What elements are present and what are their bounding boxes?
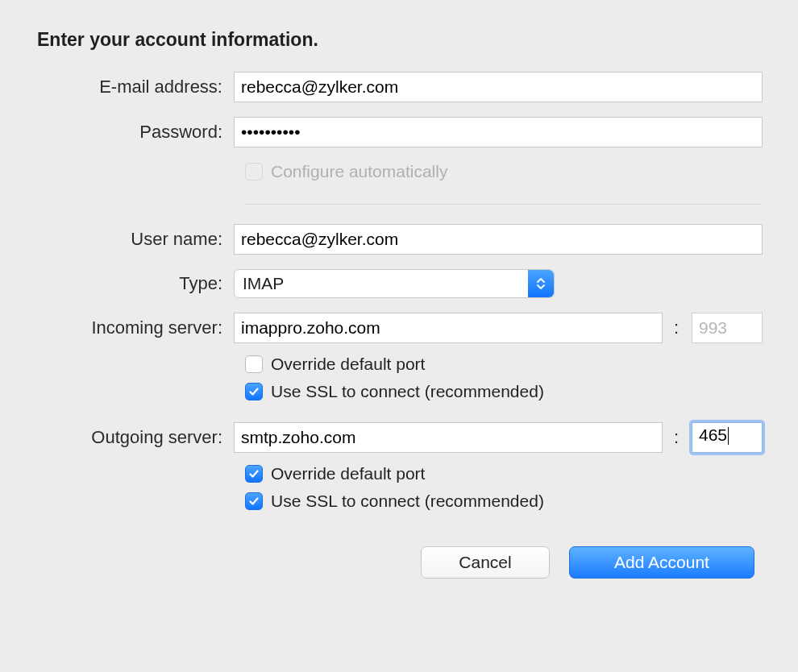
- label-email: E-mail address:: [35, 77, 234, 97]
- divider: [245, 204, 761, 205]
- cancel-button[interactable]: Cancel: [421, 546, 550, 579]
- configure-auto-checkbox: [245, 163, 263, 180]
- row-incoming: Incoming server: :: [35, 313, 763, 343]
- row-configure-auto: Configure automatically: [245, 162, 763, 181]
- row-type: Type: IMAP: [35, 269, 763, 298]
- incoming-ssl-checkbox[interactable]: [245, 383, 263, 400]
- colon: :: [671, 317, 684, 338]
- row-incoming-override: Override default port: [245, 355, 763, 374]
- incoming-override-port-checkbox[interactable]: [245, 355, 263, 373]
- check-icon: [248, 496, 260, 507]
- incoming-server-field[interactable]: [234, 313, 663, 343]
- account-setup-dialog: Enter your account information. E-mail a…: [0, 0, 798, 611]
- configure-auto-label: Configure automatically: [271, 162, 447, 181]
- incoming-port-field: [692, 313, 763, 343]
- username-field[interactable]: [234, 224, 763, 255]
- button-row: Cancel Add Account: [35, 546, 763, 579]
- dialog-title: Enter your account information.: [37, 29, 763, 51]
- outgoing-port-field[interactable]: 465: [692, 422, 763, 453]
- type-select-value: IMAP: [243, 274, 284, 293]
- row-password: Password:: [35, 117, 763, 147]
- incoming-override-port-label: Override default port: [271, 355, 425, 374]
- row-outgoing-ssl: Use SSL to connect (recommended): [245, 492, 763, 511]
- password-field[interactable]: [234, 117, 763, 147]
- outgoing-override-port-label: Override default port: [271, 464, 425, 483]
- label-type: Type:: [35, 273, 234, 294]
- row-outgoing: Outgoing server: : 465: [35, 422, 763, 453]
- outgoing-override-port-checkbox[interactable]: [245, 465, 263, 483]
- outgoing-ssl-checkbox[interactable]: [245, 492, 263, 510]
- label-password: Password:: [35, 122, 234, 143]
- row-email: E-mail address:: [35, 72, 763, 102]
- email-field[interactable]: [234, 72, 763, 102]
- row-incoming-ssl: Use SSL to connect (recommended): [245, 382, 763, 401]
- updown-icon: [528, 270, 554, 297]
- type-select[interactable]: IMAP: [234, 269, 555, 298]
- row-username: User name:: [35, 224, 763, 255]
- label-outgoing: Outgoing server:: [35, 427, 234, 448]
- check-icon: [248, 386, 260, 397]
- colon: :: [671, 427, 684, 448]
- add-account-button[interactable]: Add Account: [569, 546, 754, 579]
- label-username: User name:: [35, 229, 234, 250]
- outgoing-server-field[interactable]: [234, 422, 663, 453]
- row-outgoing-override: Override default port: [245, 464, 763, 483]
- label-incoming: Incoming server:: [35, 317, 234, 338]
- check-icon: [248, 468, 260, 479]
- incoming-ssl-label: Use SSL to connect (recommended): [271, 382, 544, 401]
- outgoing-ssl-label: Use SSL to connect (recommended): [271, 492, 544, 511]
